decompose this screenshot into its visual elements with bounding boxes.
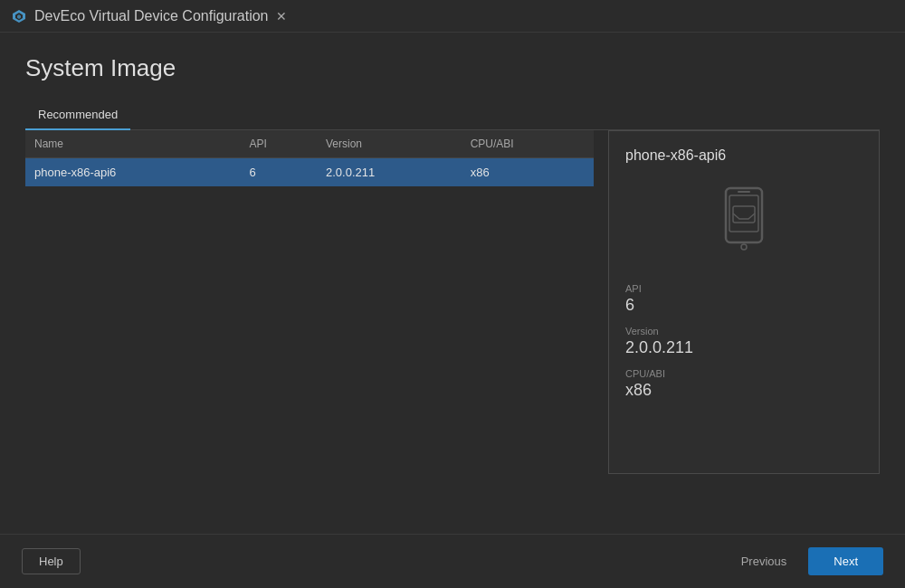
device-illustration	[625, 176, 862, 258]
footer-actions: Previous Next	[729, 547, 883, 575]
help-button[interactable]: Help	[22, 548, 81, 574]
col-cpu-abi: CPU/ABI	[462, 130, 594, 158]
row-version: 2.0.0.211	[317, 158, 462, 187]
phone-illustration-icon	[708, 181, 780, 253]
svg-rect-3	[726, 188, 762, 242]
detail-cpu-abi-label: CPU/ABI	[625, 368, 862, 379]
deveco-logo-icon	[11, 8, 27, 24]
table-panel: Name API Version CPU/ABI phone-x86-api6 …	[25, 130, 594, 474]
tab-recommended[interactable]: Recommended	[25, 100, 130, 130]
main-content: System Image Recommended Name API Versio…	[0, 33, 905, 534]
system-image-table: Name API Version CPU/ABI phone-x86-api6 …	[25, 130, 594, 186]
content-area: Name API Version CPU/ABI phone-x86-api6 …	[25, 130, 880, 474]
close-button[interactable]: ✕	[269, 4, 294, 29]
detail-version-value: 2.0.0.211	[625, 338, 862, 357]
footer: Help Previous Next	[0, 534, 905, 588]
detail-api-label: API	[625, 283, 862, 294]
table-header-row: Name API Version CPU/ABI	[25, 130, 594, 158]
svg-rect-7	[733, 206, 755, 223]
col-name: Name	[25, 130, 240, 158]
title-bar-title: DevEco Virtual Device Configuration	[34, 8, 269, 24]
detail-device-name: phone-x86-api6	[625, 147, 862, 164]
detail-api-value: 6	[625, 296, 862, 315]
tab-bar: Recommended	[25, 100, 880, 130]
col-api: API	[240, 130, 317, 158]
svg-point-5	[741, 244, 747, 250]
detail-cpu-abi-value: x86	[625, 381, 862, 400]
row-cpu-abi: x86	[462, 158, 594, 187]
detail-version-label: Version	[625, 326, 862, 337]
title-bar: DevEco Virtual Device Configuration ✕	[0, 0, 905, 33]
table-row[interactable]: phone-x86-api6 6 2.0.0.211 x86	[25, 158, 594, 187]
col-version: Version	[317, 130, 462, 158]
next-button[interactable]: Next	[808, 547, 883, 575]
detail-panel: phone-x86-api6 API 6	[608, 130, 880, 474]
row-name: phone-x86-api6	[25, 158, 240, 187]
previous-button[interactable]: Previous	[729, 549, 800, 574]
row-api: 6	[240, 158, 317, 187]
page-title: System Image	[25, 54, 880, 82]
